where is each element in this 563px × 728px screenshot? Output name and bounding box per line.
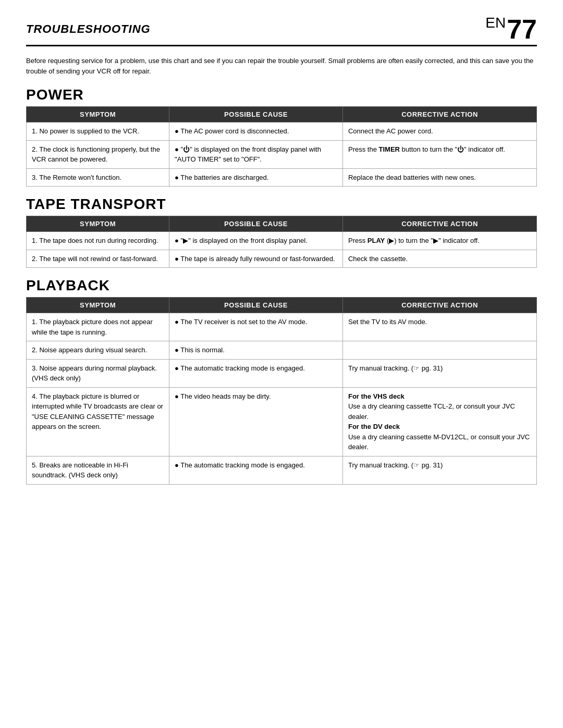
page-number: EN77 <box>485 16 537 43</box>
th-possible-cause: POSSIBLE CAUSE <box>169 298 343 313</box>
section-title-tape-transport: TAPE TRANSPORT <box>26 196 537 213</box>
cell-action: Press PLAY (▶) to turn the "▶" indicator… <box>342 232 536 250</box>
cell-action: Try manual tracking. (☞ pg. 31) <box>342 359 536 387</box>
table-tape-transport: SYMPTOMPOSSIBLE CAUSECORRECTIVE ACTION1.… <box>26 216 537 268</box>
table-power: SYMPTOMPOSSIBLE CAUSECORRECTIVE ACTION1.… <box>26 106 537 187</box>
cell-symptom: 1. The playback picture does not appear … <box>27 313 169 341</box>
cell-cause: ● "⏻" is displayed on the front display … <box>169 140 343 168</box>
cell-symptom: 5. Breaks are noticeable in Hi-Fi soundt… <box>27 456 169 484</box>
th-symptom: SYMPTOM <box>27 107 169 122</box>
table-row: 5. Breaks are noticeable in Hi-Fi soundt… <box>27 456 537 484</box>
intro-text: Before requesting service for a problem,… <box>26 56 537 76</box>
table-row: 4. The playback picture is blurred or in… <box>27 387 537 456</box>
th-possible-cause: POSSIBLE CAUSE <box>169 216 343 232</box>
table-row: 2. Noise appears during visual search.● … <box>27 341 537 360</box>
table-row: 1. The tape does not run during recordin… <box>27 232 537 250</box>
cell-symptom: 1. The tape does not run during recordin… <box>27 232 169 250</box>
table-row: 3. Noise appears during normal playback.… <box>27 359 537 387</box>
cell-symptom: 3. Noise appears during normal playback.… <box>27 359 169 387</box>
cell-action: Set the TV to its AV mode. <box>342 313 536 341</box>
page-label: EN <box>485 15 506 31</box>
cell-symptom: 2. The tape will not rewind or fast-forw… <box>27 250 169 268</box>
cell-action: Replace the dead batteries with new ones… <box>342 168 536 187</box>
th-corrective-action: CORRECTIVE ACTION <box>342 298 536 313</box>
cell-action: Try manual tracking. (☞ pg. 31) <box>342 456 536 484</box>
cell-symptom: 2. The clock is functioning properly, bu… <box>27 140 169 168</box>
cell-cause: ● The batteries are discharged. <box>169 168 343 187</box>
cell-cause: ● The video heads may be dirty. <box>169 387 343 456</box>
table-row: 2. The tape will not rewind or fast-forw… <box>27 250 537 268</box>
cell-symptom: 1. No power is supplied to the VCR. <box>27 122 169 141</box>
cell-symptom: 4. The playback picture is blurred or in… <box>27 387 169 456</box>
th-corrective-action: CORRECTIVE ACTION <box>342 216 536 232</box>
th-symptom: SYMPTOM <box>27 216 169 232</box>
cell-cause: ● The tape is already fully rewound or f… <box>169 250 343 268</box>
cell-symptom: 3. The Remote won't function. <box>27 168 169 187</box>
table-row: 3. The Remote won't function.● The batte… <box>27 168 537 187</box>
th-corrective-action: CORRECTIVE ACTION <box>342 107 536 122</box>
th-symptom: SYMPTOM <box>27 298 169 313</box>
cell-cause: ● The AC power cord is disconnected. <box>169 122 343 141</box>
table-row: 1. No power is supplied to the VCR.● The… <box>27 122 537 141</box>
cell-action: For the VHS deckUse a dry cleaning casse… <box>342 387 536 456</box>
cell-action: Check the cassette. <box>342 250 536 268</box>
section-title-playback: PLAYBACK <box>26 277 537 294</box>
cell-cause: ● The TV receiver is not set to the AV m… <box>169 313 343 341</box>
page-header: TROUBLESHOOTING EN77 <box>26 16 537 46</box>
cell-cause: ● "▶" is displayed on the front display … <box>169 232 343 250</box>
cell-action: Press the TIMER button to turn the "⏻" i… <box>342 140 536 168</box>
cell-cause: ● This is normal. <box>169 341 343 360</box>
cell-action: Connect the AC power cord. <box>342 122 536 141</box>
cell-cause: ● The automatic tracking mode is engaged… <box>169 359 343 387</box>
th-possible-cause: POSSIBLE CAUSE <box>169 107 343 122</box>
cell-cause: ● The automatic tracking mode is engaged… <box>169 456 343 484</box>
section-title-power: POWER <box>26 87 537 103</box>
table-row: 2. The clock is functioning properly, bu… <box>27 140 537 168</box>
page-title: TROUBLESHOOTING <box>26 22 151 36</box>
table-playback: SYMPTOMPOSSIBLE CAUSECORRECTIVE ACTION1.… <box>26 297 537 485</box>
cell-symptom: 2. Noise appears during visual search. <box>27 341 169 360</box>
table-row: 1. The playback picture does not appear … <box>27 313 537 341</box>
sections-container: POWERSYMPTOMPOSSIBLE CAUSECORRECTIVE ACT… <box>26 87 537 485</box>
cell-action <box>342 341 536 360</box>
